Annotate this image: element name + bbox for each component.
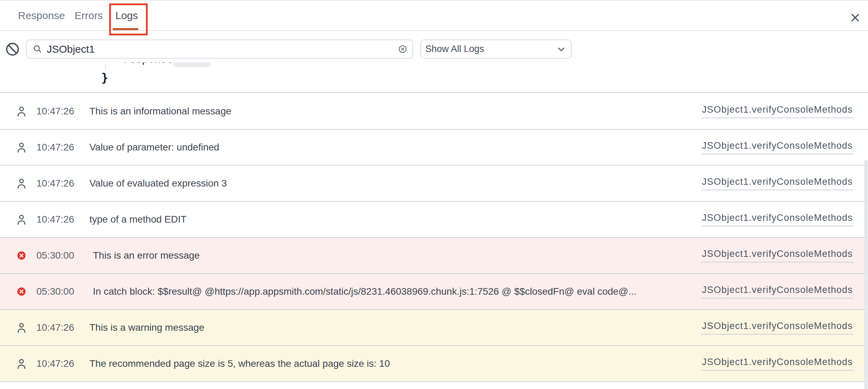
tab-logs[interactable]: Logs <box>115 1 138 30</box>
user-icon <box>16 358 27 369</box>
response-key-fragment: response <box>123 62 173 65</box>
log-message: This is an informational message <box>89 106 688 117</box>
log-row[interactable]: 10:47:26 The recommended page size is 5,… <box>0 346 868 382</box>
log-timestamp: 10:47:26 <box>36 214 74 225</box>
active-tab-underline <box>113 28 138 30</box>
log-source-link[interactable]: JSObject1.verifyConsoleMethods <box>701 104 853 118</box>
log-source-link[interactable]: JSObject1.verifyConsoleMethods <box>701 357 853 371</box>
indent-guide <box>105 63 106 69</box>
chevron-down-icon <box>556 45 565 54</box>
log-timestamp: 10:47:26 <box>36 358 74 369</box>
clear-logs-button[interactable] <box>6 42 19 56</box>
log-row[interactable]: 10:47:26 This is an informational messag… <box>0 94 868 130</box>
log-source-link[interactable]: JSObject1.verifyConsoleMethods <box>701 140 853 154</box>
log-source-link[interactable]: JSObject1.verifyConsoleMethods <box>701 213 853 226</box>
error-icon <box>16 287 27 296</box>
user-icon <box>16 178 27 189</box>
error-icon <box>16 251 27 260</box>
log-timestamp: 10:47:26 <box>36 322 74 333</box>
user-icon <box>16 322 27 333</box>
log-message: The recommended page size is 5, whereas … <box>89 358 688 369</box>
log-source-link[interactable]: JSObject1.verifyConsoleMethods <box>701 321 853 335</box>
log-timestamp: 10:47:26 <box>36 142 74 153</box>
log-search-box <box>26 40 413 59</box>
log-message: This is an error message <box>93 250 688 261</box>
user-icon <box>16 214 27 225</box>
log-message: Value of parameter: undefined <box>89 142 688 153</box>
log-message: type of a method EDIT <box>89 214 688 225</box>
logs-toolbar: Show All Logs <box>0 32 868 62</box>
log-row[interactable]: 10:47:26 This is a warning message JSObj… <box>0 310 868 346</box>
vertical-scrollbar-thumb[interactable] <box>864 159 868 389</box>
closing-brace: } <box>101 71 108 85</box>
response-tree-clipped[interactable]: response } <box>0 62 868 93</box>
log-message: Value of evaluated expression 3 <box>89 178 688 189</box>
search-input[interactable] <box>47 43 398 55</box>
tab-errors[interactable]: Errors <box>75 1 103 30</box>
log-row[interactable]: 10:47:26 Value of evaluated expression 3… <box>0 166 868 202</box>
tab-response[interactable]: Response <box>18 1 65 30</box>
user-icon <box>16 142 27 153</box>
log-timestamp: 05:30:00 <box>36 250 74 261</box>
log-timestamp: 10:47:26 <box>36 178 74 189</box>
log-row[interactable]: 10:47:26 type of a method EDIT JSObject1… <box>0 202 868 238</box>
log-row[interactable]: 05:30:00 This is an error message JSObje… <box>0 238 868 274</box>
debugger-panel: Response Errors Logs <box>0 0 868 389</box>
log-timestamp: 10:47:26 <box>36 106 74 117</box>
log-timestamp: 05:30:00 <box>36 286 74 297</box>
log-source-link[interactable]: JSObject1.verifyConsoleMethods <box>701 249 853 262</box>
log-source-link[interactable]: JSObject1.verifyConsoleMethods <box>701 285 853 299</box>
log-source-link[interactable]: JSObject1.verifyConsoleMethods <box>701 176 853 190</box>
log-list: 10:47:26 This is an informational messag… <box>0 94 868 382</box>
collapsed-value-pill <box>173 62 211 67</box>
ban-icon <box>6 42 19 56</box>
log-row[interactable]: 10:47:26 Value of parameter: undefined J… <box>0 130 868 166</box>
user-icon <box>16 106 27 117</box>
log-filter-dropdown[interactable]: Show All Logs <box>420 40 572 59</box>
close-panel-button[interactable] <box>847 9 864 26</box>
debugger-tabbar: Response Errors Logs <box>0 1 868 31</box>
log-message: This is a warning message <box>89 322 688 333</box>
log-row[interactable]: 05:30:00 In catch block: $$result@ @http… <box>0 274 868 310</box>
clear-search-icon[interactable] <box>398 45 407 53</box>
close-icon <box>850 12 860 23</box>
search-icon <box>33 44 42 54</box>
log-message: In catch block: $$result@ @https://app.a… <box>93 286 688 297</box>
log-filter-value: Show All Logs <box>425 44 484 54</box>
